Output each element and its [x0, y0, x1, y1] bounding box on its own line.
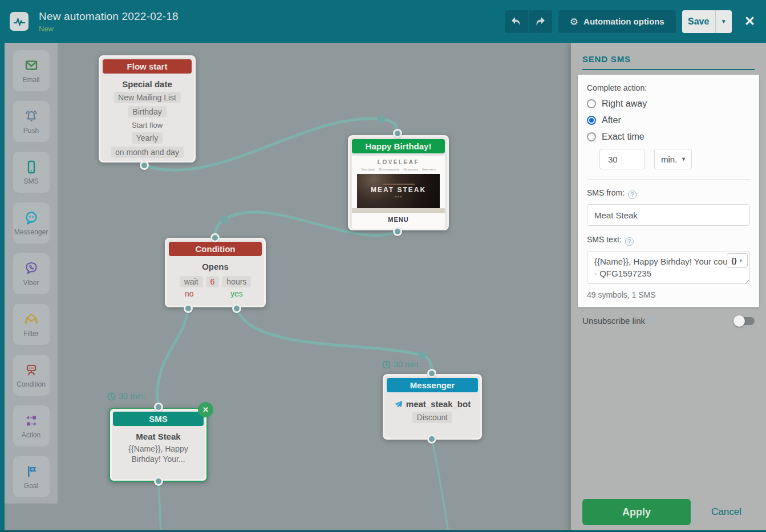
condition-type: Opens: [167, 262, 264, 271]
undo-icon: [510, 17, 522, 27]
sidebar-item-filter[interactable]: Filter: [13, 304, 50, 345]
viber-icon: [23, 261, 39, 276]
edge-sms-out: [159, 481, 161, 532]
insert-variable-button[interactable]: {}▼: [727, 253, 748, 268]
action-icon: [23, 413, 39, 428]
toggle-knob: [733, 315, 745, 327]
wait-label-pill: wait: [180, 276, 203, 287]
filter-icon: [23, 312, 39, 327]
connector-email-in[interactable]: [393, 129, 402, 138]
connector-condition-no[interactable]: [184, 304, 193, 313]
connector-condition-yes[interactable]: [232, 304, 241, 313]
sidebar-item-email[interactable]: Email: [13, 50, 50, 91]
bot-name: meat_steak_bot: [406, 399, 471, 409]
wait-value-pill: 6: [206, 276, 220, 287]
automation-options-button[interactable]: ⚙ Automation options: [558, 10, 676, 33]
mode-tag: on month and day: [111, 147, 184, 158]
connector-sms-in[interactable]: [154, 403, 163, 412]
sms-delay-label: 30 min.: [107, 392, 146, 401]
delay-value-input[interactable]: [599, 149, 645, 169]
unsubscribe-label: Unsubscribe link: [582, 316, 645, 326]
radio-after[interactable]: After: [587, 115, 750, 125]
node-sms[interactable]: ✕ SMS Meat Steak {{Name}}, Happy Birhday…: [109, 408, 208, 482]
connector-messenger-out[interactable]: [427, 434, 436, 444]
node-email[interactable]: Happy Birthday! LOVELEAF View deals Find…: [348, 135, 449, 230]
app-logo-icon: [10, 12, 29, 31]
sms-text-input[interactable]: {{Name}}, Happy Birhday! Your coupon - Q…: [587, 251, 750, 284]
delay-unit-select[interactable]: min. ▼: [654, 149, 692, 169]
unsubscribe-row: Unsubscribe link ?: [582, 316, 755, 326]
condition-icon: [23, 363, 39, 377]
radio-exact-time[interactable]: Exact time: [587, 132, 750, 142]
clock-icon: [107, 392, 116, 401]
radio-circle[interactable]: [587, 99, 596, 108]
help-icon[interactable]: ?: [649, 316, 657, 325]
sms-counter: 49 symbols, 1 SMS: [587, 290, 750, 299]
help-icon[interactable]: ?: [625, 237, 634, 246]
start-flow-label: Start flow: [100, 121, 194, 129]
panel-title: SEND SMS: [582, 54, 755, 64]
sms-sender: Meat Steak: [110, 432, 206, 441]
chat-bubble-icon: [23, 210, 39, 225]
sidebar-item-viber[interactable]: Viber: [13, 253, 50, 294]
messenger-delay-label: 30 min.: [382, 360, 421, 369]
node-flow-start[interactable]: Flow start Special date New Mailing List…: [99, 55, 196, 163]
clock-icon: [382, 360, 391, 369]
close-editor-button[interactable]: ✕: [744, 15, 755, 28]
help-icon[interactable]: ?: [628, 190, 637, 199]
chevron-down-icon: ▼: [681, 156, 686, 162]
wait-unit-pill: hours: [222, 276, 251, 287]
radio-right-away[interactable]: Right away: [587, 99, 750, 109]
sidebar-item-sms[interactable]: SMS: [13, 152, 50, 193]
sidebar-item-push[interactable]: Push: [13, 101, 50, 142]
connector-messenger-in[interactable]: [427, 369, 436, 378]
email-nav: View deals Find restaurants My account N…: [352, 168, 445, 171]
edge-condition-no-sms: [157, 308, 188, 406]
mailing-list-tag: New Mailing List: [114, 92, 181, 103]
connector-flow-start-out[interactable]: [140, 161, 149, 170]
email-preview: LOVELEAF View deals Find restaurants My …: [352, 156, 445, 229]
connector-email-out[interactable]: [393, 227, 402, 236]
node-condition-header: Condition: [169, 242, 262, 256]
flow-canvas[interactable]: Flow start Special date New Mailing List…: [5, 43, 571, 532]
sms-from-input[interactable]: [587, 204, 750, 226]
save-dropdown-button[interactable]: ▼: [715, 10, 732, 33]
redo-button[interactable]: [529, 10, 552, 33]
period-tag: Yearly: [132, 132, 163, 144]
email-hero-image: MEAT STEAK <<<: [357, 174, 440, 208]
app-header: New automation 2022-02-18 New ⚙ Automati…: [0, 0, 766, 43]
sms-text-label: SMS text:?: [587, 235, 750, 246]
sidebar-item-messenger[interactable]: Messenger: [13, 202, 50, 243]
sms-message-preview: {{Name}}, Happy Birhday! Your...: [110, 444, 206, 464]
sidebar-item-condition[interactable]: Condition: [13, 355, 50, 396]
email-brand-logo: LOVELEAF: [352, 159, 445, 165]
trigger-type: Special date: [100, 79, 194, 89]
node-condition[interactable]: Condition Opens wait 6 hours no yes: [165, 238, 266, 307]
divider: [587, 179, 750, 180]
node-messenger[interactable]: Messenger meat_steak_bot Discount: [383, 374, 482, 440]
unsubscribe-toggle[interactable]: [735, 317, 755, 325]
left-edge-strip: [0, 43, 5, 532]
sms-from-label: SMS from:?: [587, 188, 750, 199]
chevron-down-icon: ▼: [739, 258, 743, 263]
messenger-flow-tag: Discount: [412, 412, 452, 423]
connector-condition-in[interactable]: [210, 233, 220, 242]
undo-button[interactable]: [505, 10, 528, 33]
radio-circle[interactable]: [587, 132, 596, 141]
delete-node-button[interactable]: ✕: [198, 402, 213, 417]
node-email-header: Happy Birthday!: [352, 139, 445, 153]
node-sms-header: SMS: [113, 412, 204, 426]
save-button[interactable]: Save: [682, 10, 715, 33]
sidebar-item-goal[interactable]: Goal: [13, 456, 50, 497]
redo-icon: [534, 17, 546, 27]
panel-title-rule: [582, 69, 755, 70]
radio-circle-checked[interactable]: [587, 116, 596, 125]
branch-yes-label: yes: [230, 289, 243, 298]
connector-sms-out[interactable]: [154, 477, 163, 486]
sidebar-item-action[interactable]: Action: [13, 405, 50, 446]
connection-lines: [5, 43, 571, 532]
smartphone-icon: [23, 160, 39, 174]
automation-status: New: [39, 25, 179, 33]
cancel-button[interactable]: Cancel: [711, 506, 741, 518]
apply-button[interactable]: Apply: [582, 499, 691, 525]
